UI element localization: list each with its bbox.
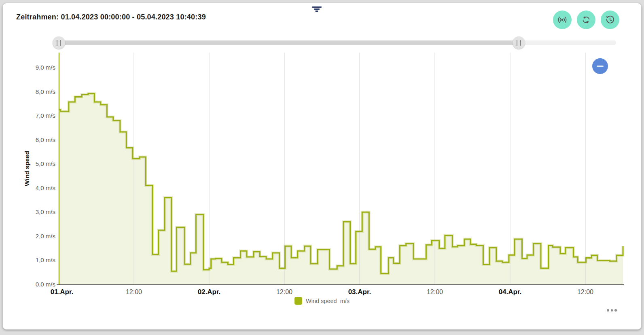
slider-selected-range[interactable]: [59, 40, 519, 45]
y-tick-label: 3,0 m/s: [36, 208, 55, 215]
y-tick-label: 9,0 m/s: [36, 64, 55, 71]
x-tick-label: 01.Apr.: [51, 288, 74, 296]
y-axis-title: Wind speed: [23, 151, 30, 186]
y-tick-label: 4,0 m/s: [36, 184, 55, 191]
legend-label: Wind speed m/s: [306, 298, 350, 304]
filter-icon-bar: [314, 8, 320, 10]
y-tick-label: 2,0 m/s: [36, 233, 55, 240]
legend[interactable]: Wind speed m/s: [294, 297, 350, 305]
refresh-icon: [580, 14, 592, 25]
y-tick-label: 5,0 m/s: [36, 160, 55, 167]
refresh-button[interactable]: [577, 11, 595, 29]
y-tick-label: 8,0 m/s: [36, 88, 55, 95]
series-fill: [59, 93, 623, 284]
wind-speed-chart[interactable]: 0,0 m/s1,0 m/s2,0 m/s3,0 m/s4,0 m/s5,0 m…: [0, 0, 644, 335]
filter-icon-bar: [316, 11, 318, 12]
zoom-out-button[interactable]: [592, 58, 608, 74]
minus-icon: [597, 66, 604, 67]
legend-swatch: [294, 297, 302, 305]
more-options-button[interactable]: [607, 309, 617, 312]
history-button[interactable]: [601, 11, 619, 29]
y-tick-label: 7,0 m/s: [36, 112, 55, 119]
slider-handle-left[interactable]: [53, 36, 65, 49]
grip-icon: [517, 40, 521, 46]
y-tick-label: 0,0 m/s: [36, 281, 55, 288]
grip-icon: [57, 40, 61, 46]
live-data-button[interactable]: [553, 11, 572, 29]
x-tick-label: 12:00: [126, 288, 142, 295]
timeframe-title: Zeitrahmen: 01.04.2023 00:00:00 - 05.04.…: [16, 13, 206, 21]
x-tick-label: 12:00: [577, 288, 593, 295]
x-tick-label: 03.Apr.: [348, 288, 371, 296]
slider-handle-right[interactable]: [513, 36, 525, 49]
history-icon: [604, 14, 616, 25]
x-tick-label: 02.Apr.: [198, 288, 221, 296]
x-tick-label: 04.Apr.: [499, 288, 522, 296]
y-tick-label: 1,0 m/s: [36, 257, 55, 263]
x-tick-label: 12:00: [427, 288, 443, 295]
y-tick-label: 6,0 m/s: [36, 136, 55, 143]
filter-icon[interactable]: [311, 6, 322, 14]
live-signal-icon: [557, 14, 568, 25]
ellipsis-icon: [607, 309, 609, 312]
x-tick-label: 12:00: [276, 288, 292, 295]
filter-icon-bar: [312, 6, 322, 8]
